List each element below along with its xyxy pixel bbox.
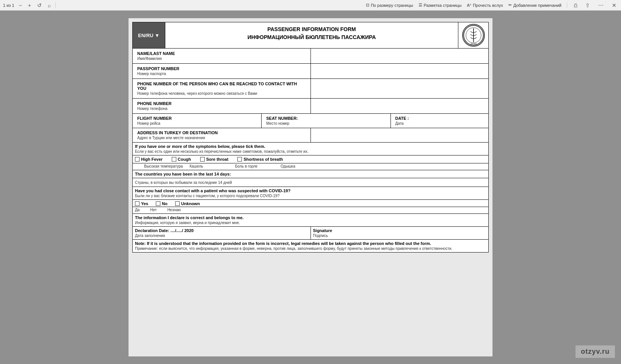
address-field: ADDRESS IN TURKEY OR DESTINATION Адрес в… (133, 128, 311, 142)
markup-label: Разметка страницы (424, 3, 462, 8)
content-area: EN/RU ▼ PASSENGER INFORMATION FORM ИНФОР… (0, 11, 621, 364)
name-sub: Имя/Фамилия (135, 56, 308, 62)
address-row: ADDRESS IN TURKEY OR DESTINATION Адрес в… (133, 128, 488, 143)
address-value (311, 128, 489, 142)
decl-date-label-en: Declaration Date: ..../...../ 2020 (135, 228, 308, 233)
page-info-text: из 1 (6, 3, 14, 8)
covid-label-row: Have you had close contact with a patien… (133, 187, 488, 200)
print-button[interactable]: ⎙ (572, 2, 579, 9)
read-aloud-icon: A° (467, 3, 471, 8)
page-info: 1 из 1 (3, 3, 14, 8)
checkbox-no[interactable] (156, 201, 160, 206)
note-label-en: Note: If it is understood that the infor… (135, 241, 486, 246)
name-row: NAME/LAST NAME Имя/Фамилия (133, 49, 488, 64)
read-aloud-button[interactable]: A° Прочесть вслух (467, 3, 503, 8)
countries-label-ru: Страны, в которых вы побывали за последн… (135, 180, 232, 185)
address-label: ADDRESS IN TURKEY OR DESTINATION (135, 129, 308, 135)
yes-label: Yes (141, 201, 148, 206)
declaration-date: Declaration Date: ..../...../ 2020 Дата … (133, 227, 311, 239)
fit-page-button[interactable]: ⊡ По размеру страницы (366, 3, 413, 8)
symptom-sore-throat-ru: Боль в горле (235, 164, 281, 168)
add-notes-button[interactable]: ✏ Добавление примечаний (508, 3, 561, 8)
declaration-label-ru: Информация, которую я заявил, верна и пр… (135, 221, 486, 225)
note-label-ru: Примечание: если выяснится, что информац… (135, 246, 486, 251)
lang-label: EN/RU ▼ (138, 33, 160, 38)
fit-page-icon: ⊡ (366, 3, 369, 8)
phone-row: PHONE NUMBER Номер телефона (133, 99, 488, 114)
add-notes-label: Добавление примечаний (513, 3, 561, 8)
toolbar: 1 из 1 − + ↺ ⌕ ⊡ По размеру страницы ☰ Р… (0, 0, 621, 11)
symptoms-header-ru: Если у вас есть один или несколько из пе… (135, 149, 486, 154)
checkbox-unknown[interactable] (175, 201, 180, 206)
title-en: PASSENGER INFORMATION FORM (168, 25, 455, 33)
phone-label: PHONE NUMBER (135, 100, 308, 106)
checkbox-shortness-breath[interactable] (237, 157, 242, 162)
countries-input-row: Страны, в которых вы побывали за последн… (133, 178, 488, 187)
read-aloud-label: Прочесть вслух (473, 3, 503, 8)
yes-ru: Да (135, 208, 140, 212)
form-logo: ★★★★ (458, 22, 488, 48)
phone-contact-sub: Номер телефона человека, через которого … (135, 91, 308, 97)
refresh-button[interactable]: ↺ (36, 2, 43, 9)
declaration-bottom: Declaration Date: ..../...../ 2020 Дата … (133, 227, 488, 240)
symptoms-ru: Высокая температура Кашель Боль в горле … (133, 163, 488, 170)
page-number: 1 (3, 3, 5, 8)
symptom-cough-ru: Кашель (190, 164, 235, 168)
seat-label: SEAT NUMBER: (264, 115, 388, 121)
covid-label-ru: Были ли у вас близкие контакты с пациент… (135, 194, 486, 198)
no-ru: Нет (150, 208, 157, 212)
date-label: DATE : (393, 115, 486, 121)
lang-selector[interactable]: EN/RU ▼ (133, 22, 165, 48)
form-title: PASSENGER INFORMATION FORM ИНФОРМАЦИОННЫ… (165, 22, 458, 48)
address-sub: Адрес в Турции или месте назначения (135, 135, 308, 141)
checkbox-high-fever[interactable] (135, 157, 140, 162)
countries-label-en: The countries you have been in the last … (135, 172, 486, 176)
yes-no-row: Yes No Unknown (133, 200, 488, 207)
phone-contact-value (311, 79, 489, 98)
passport-sub: Номер паспорта (135, 71, 308, 77)
unknown-option: Unknown (175, 201, 200, 206)
symptom-sore-throat: Sore throat (200, 157, 229, 162)
passport-row: PASSPORT NUMBER Номер паспорта (133, 64, 488, 79)
more-button[interactable]: ⋯ (597, 2, 605, 9)
zoom-in-button[interactable]: − (17, 2, 24, 9)
markup-button[interactable]: ☰ Разметка страницы (419, 3, 462, 8)
decl-sig-label-en: Signature (313, 228, 486, 233)
declaration-row: The information I declare is correct and… (133, 214, 488, 227)
phone-field: PHONE NUMBER Номер телефона (133, 99, 311, 113)
unknown-label: Unknown (181, 201, 200, 206)
symptom-high-fever: High Fever (135, 157, 163, 162)
zoom-out-button[interactable]: + (27, 2, 33, 9)
close-button[interactable]: ✕ (610, 2, 618, 9)
separator-1 (55, 2, 56, 8)
search-button[interactable]: ⌕ (46, 2, 52, 9)
phone-value (311, 99, 489, 113)
checkbox-cough[interactable] (172, 157, 176, 162)
date-sub: Дата (393, 121, 486, 127)
yes-option: Yes (135, 201, 148, 206)
flight-sub: Номер рейса (135, 121, 259, 127)
decl-sig-label-ru: Подпись (313, 234, 486, 238)
symptom-shortness-breath: Shortness of breath (237, 157, 283, 162)
name-label: NAME/LAST NAME (135, 50, 308, 56)
unknown-ru: Незнаю (167, 208, 181, 212)
phone-contact-label: PHONE NUMBER OF THE PERSON WHO CAN BE RE… (135, 80, 308, 91)
symptom-high-fever-ru: Высокая температура (144, 164, 190, 168)
checkbox-sore-throat[interactable] (200, 157, 205, 162)
fit-page-label: По размеру страницы (371, 3, 413, 8)
passport-value (311, 64, 489, 78)
checkbox-yes[interactable] (135, 201, 140, 206)
yes-no-ru-row: Да Нет Незнаю (133, 207, 488, 214)
passport-field: PASSPORT NUMBER Номер паспорта (133, 64, 311, 78)
markup-icon: ☰ (419, 3, 422, 8)
symptom-high-fever-label: High Fever (141, 157, 163, 162)
symptoms-header-en: If you have one or more of the symptoms … (135, 144, 486, 149)
document: EN/RU ▼ PASSENGER INFORMATION FORM ИНФОР… (129, 18, 492, 356)
symptom-shortness-breath-ru: Одышка (281, 164, 326, 168)
note-row: Note: If it is understood that the infor… (133, 240, 488, 252)
form-container: EN/RU ▼ PASSENGER INFORMATION FORM ИНФОР… (132, 22, 489, 253)
symptom-sore-throat-label: Sore throat (206, 157, 229, 162)
logo-emblem: ★★★★ (462, 24, 485, 47)
share-button[interactable]: ⇧ (584, 2, 591, 9)
decl-date-label-ru: Дата заполнения (135, 234, 308, 238)
